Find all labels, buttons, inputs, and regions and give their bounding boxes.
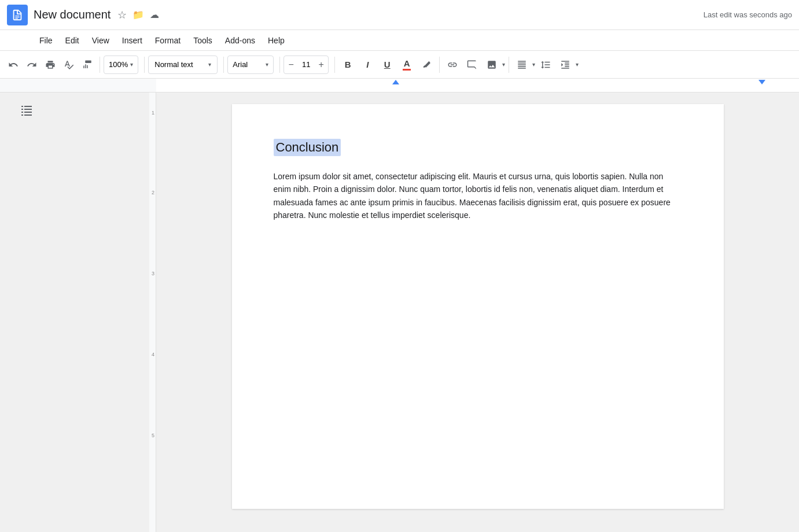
bold-button[interactable]: B xyxy=(338,56,357,74)
ruler-mark-2: 2 xyxy=(152,190,154,195)
main-layout: 1 2 3 4 5 Conclusion Lorem ipsum dolor s… xyxy=(0,93,799,532)
title-actions: ☆ 📁 ☁ xyxy=(117,9,159,21)
undo-button[interactable] xyxy=(5,56,22,74)
menu-addons[interactable]: Add-ons xyxy=(219,34,261,47)
link-button[interactable] xyxy=(443,56,462,74)
toolbar-divider-2 xyxy=(144,57,145,73)
document-page[interactable]: Conclusion Lorem ipsum dolor sit amet, c… xyxy=(232,104,724,509)
indent-button[interactable] xyxy=(556,56,575,74)
redo-button[interactable] xyxy=(23,56,40,74)
left-panel: 1 2 3 4 5 xyxy=(0,93,156,532)
font-size-control: − 11 + xyxy=(283,56,329,74)
svg-rect-2 xyxy=(15,18,18,19)
menu-bar: File Edit View Insert Format Tools Add-o… xyxy=(0,30,799,51)
underline-button[interactable]: U xyxy=(378,56,396,74)
svg-rect-7 xyxy=(24,106,32,107)
align-button[interactable] xyxy=(513,56,531,74)
document-body[interactable]: Lorem ipsum dolor sit amet, consectetur … xyxy=(274,170,682,222)
ruler-mark-4: 4 xyxy=(152,352,154,357)
toolbar-divider-1 xyxy=(100,57,100,73)
zoom-chevron: ▾ xyxy=(130,61,133,68)
menu-tools[interactable]: Tools xyxy=(187,34,218,47)
menu-insert[interactable]: Insert xyxy=(116,34,148,47)
menu-view[interactable]: View xyxy=(86,34,115,47)
svg-rect-9 xyxy=(24,112,32,113)
document-area[interactable]: Conclusion Lorem ipsum dolor sit amet, c… xyxy=(156,93,799,532)
app-icon xyxy=(7,5,28,25)
font-chevron: ▾ xyxy=(266,61,268,68)
ruler-mark-1: 1 xyxy=(152,110,154,116)
zoom-selector[interactable]: 100% ▾ xyxy=(104,56,138,74)
svg-rect-8 xyxy=(24,109,32,110)
title-bar: New document ☆ 📁 ☁ Last edit was seconds… xyxy=(0,0,799,30)
svg-rect-4 xyxy=(21,109,23,110)
svg-rect-6 xyxy=(21,114,23,116)
font-size-value[interactable]: 11 xyxy=(298,60,314,69)
highlight-button[interactable] xyxy=(417,56,436,74)
cloud-icon[interactable]: ☁ xyxy=(150,9,159,20)
folder-icon[interactable]: 📁 xyxy=(132,9,144,20)
paint-format-button[interactable] xyxy=(79,56,96,74)
print-button[interactable] xyxy=(42,56,59,74)
svg-rect-5 xyxy=(21,112,23,113)
svg-rect-10 xyxy=(24,114,32,116)
spell-check-button[interactable] xyxy=(60,56,78,74)
star-icon[interactable]: ☆ xyxy=(117,9,127,21)
vertical-ruler: 1 2 3 4 5 xyxy=(149,93,156,532)
left-indent-marker[interactable] xyxy=(392,80,399,84)
table-of-contents-icon[interactable] xyxy=(17,101,36,119)
last-edit-text: Last edit was seconds ago xyxy=(704,10,792,19)
toolbar-divider-5 xyxy=(334,57,335,73)
text-color-indicator: A xyxy=(403,58,411,71)
font-size-decrease-button[interactable]: − xyxy=(284,56,298,74)
toolbar-divider-4 xyxy=(279,57,280,73)
doc-title[interactable]: New document xyxy=(34,8,111,21)
font-size-increase-button[interactable]: + xyxy=(314,56,328,74)
font-selector[interactable]: Arial ▾ xyxy=(227,56,274,74)
image-button[interactable] xyxy=(483,56,501,74)
comment-button[interactable] xyxy=(463,56,481,74)
ruler-track xyxy=(156,79,799,92)
style-selector[interactable]: Normal text ▾ xyxy=(148,56,218,74)
italic-button[interactable]: I xyxy=(358,56,377,74)
menu-format[interactable]: Format xyxy=(149,34,186,47)
ruler-mark-5: 5 xyxy=(152,433,154,438)
right-indent-marker[interactable] xyxy=(759,80,765,84)
style-chevron: ▾ xyxy=(208,61,211,68)
text-color-button[interactable]: A xyxy=(397,56,416,74)
line-spacing-button[interactable] xyxy=(536,56,555,74)
svg-rect-3 xyxy=(21,106,23,107)
toolbar-divider-3 xyxy=(223,57,224,73)
ruler-mark-3: 3 xyxy=(152,271,154,276)
menu-help[interactable]: Help xyxy=(262,34,290,47)
document-heading[interactable]: Conclusion xyxy=(274,139,341,156)
ruler xyxy=(0,79,799,93)
image-dropdown-chevron[interactable]: ▾ xyxy=(502,61,505,68)
menu-edit[interactable]: Edit xyxy=(60,34,85,47)
align-dropdown-chevron[interactable]: ▾ xyxy=(532,61,535,68)
more-options-chevron[interactable]: ▾ xyxy=(576,61,579,68)
svg-rect-0 xyxy=(15,15,19,16)
svg-rect-1 xyxy=(15,17,19,17)
toolbar-divider-6 xyxy=(439,57,440,73)
menu-file[interactable]: File xyxy=(34,34,58,47)
toolbar: 100% ▾ Normal text ▾ Arial ▾ − 11 + B I … xyxy=(0,51,799,79)
toolbar-divider-7 xyxy=(509,57,509,73)
